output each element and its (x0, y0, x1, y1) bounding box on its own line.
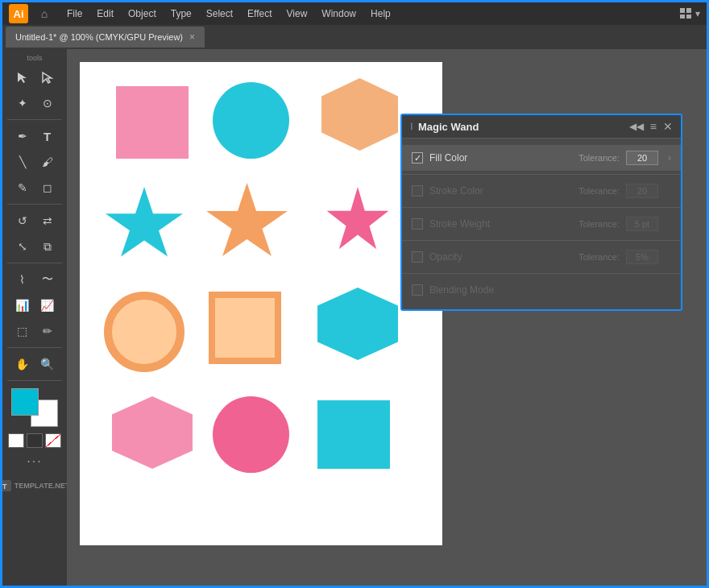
blob-brush-tool[interactable]: ✎ (10, 176, 35, 199)
stroke-color-tolerance-label: Tolerance: (578, 186, 620, 196)
menu-file[interactable]: File (60, 6, 89, 21)
fill-color-checkbox[interactable]: ✓ (412, 152, 423, 164)
panel-drag-icon: ⁞ (410, 121, 413, 132)
artboard-tool[interactable]: ⬚ (10, 320, 35, 342)
stroke-color-tolerance-input[interactable] (626, 184, 658, 198)
toolbar: tools ✦ ⊙ ✒ T ╲ 🖌 ✎ ◻ ↺ (2, 49, 67, 588)
teal-hexagon (317, 288, 398, 360)
opacity-tolerance-input[interactable] (626, 250, 658, 264)
tab-close-button[interactable]: × (189, 31, 195, 43)
pen-tool[interactable]: ✒ (10, 125, 35, 147)
opacity-expand-icon[interactable]: › (668, 251, 671, 263)
menu-window[interactable]: Window (315, 6, 363, 21)
panel-divider-1 (402, 174, 681, 175)
panel-divider-4 (402, 273, 681, 274)
tool-row-4: ╲ 🖌 (10, 151, 60, 173)
home-icon[interactable]: ⌂ (35, 4, 54, 23)
tool-row-7: ⤡ ⧉ (10, 235, 60, 258)
panel-title: Magic Wand (418, 121, 479, 133)
tool-row-11: ✋ 🔍 (10, 353, 60, 375)
tab-bar: Untitled-1* @ 100% (CMYK/GPU Preview) × (2, 25, 707, 49)
peach-star (205, 183, 289, 263)
panel-collapse-button[interactable]: ◀◀ (629, 121, 644, 132)
panel-header: ⁞ Magic Wand ◀◀ ≡ ✕ (402, 115, 681, 139)
peach-circle-ring (104, 292, 185, 372)
panel-row-blending-mode: Blending Mode (402, 277, 681, 303)
teal-square (317, 400, 390, 469)
workspace-switcher[interactable]: ▾ (680, 8, 700, 19)
menu-object[interactable]: Object (122, 6, 163, 21)
opacity-checkbox[interactable] (412, 251, 423, 263)
column-chart-tool[interactable]: 📈 (35, 294, 60, 317)
fill-swatch[interactable] (11, 388, 39, 416)
none-swatch[interactable] (45, 433, 61, 448)
select-tool[interactable] (10, 66, 35, 89)
canvas-page (80, 62, 442, 545)
tool-row-8: ⌇ 〜 (10, 268, 60, 291)
fill-color-expand-icon[interactable]: › (668, 152, 671, 164)
fill-color-label: Fill Color (429, 152, 572, 164)
main-area: tools ✦ ⊙ ✒ T ╲ 🖌 ✎ ◻ ↺ (2, 49, 707, 588)
tool-row-1 (10, 66, 60, 89)
peach-hexagon (321, 78, 398, 151)
eraser-tool[interactable]: ◻ (35, 176, 60, 199)
menu-help[interactable]: Help (364, 6, 397, 21)
paintbrush-tool[interactable]: 🖌 (35, 151, 60, 173)
magic-wand-tool[interactable]: ✦ (10, 92, 35, 114)
zoom-tool[interactable]: 🔍 (35, 353, 60, 375)
pencil-tool[interactable]: ✏ (35, 320, 60, 342)
warp-tool[interactable]: 〜 (35, 268, 60, 291)
scale-tool[interactable]: ⤡ (10, 235, 35, 258)
shear-tool[interactable]: ⧉ (35, 235, 60, 258)
panel-header-right: ◀◀ ≡ ✕ (629, 120, 673, 133)
menu-type[interactable]: Type (164, 6, 198, 21)
stroke-weight-checkbox[interactable] (412, 218, 423, 230)
panel-menu-button[interactable]: ≡ (650, 120, 657, 133)
ai-logo: Ai (9, 4, 28, 23)
document-tab[interactable]: Untitled-1* @ 100% (CMYK/GPU Preview) × (6, 27, 205, 48)
blending-mode-checkbox[interactable] (412, 284, 423, 296)
stroke-weight-expand-icon[interactable]: › (668, 218, 671, 230)
pink-circle (213, 396, 289, 473)
canvas-area: ⁞ Magic Wand ◀◀ ≡ ✕ ✓ Fill Color Toleran… (67, 49, 707, 588)
direct-select-tool[interactable] (35, 66, 60, 89)
menu-select[interactable]: Select (200, 6, 239, 21)
panel-row-opacity: Opacity Tolerance: › (402, 244, 681, 270)
type-tool[interactable]: T (35, 125, 60, 147)
menu-edit[interactable]: Edit (90, 6, 120, 21)
tool-row-10: ⬚ ✏ (10, 320, 60, 342)
lasso-tool[interactable]: ⊙ (35, 92, 60, 114)
line-tool[interactable]: ╲ (10, 151, 35, 173)
tool-row-2: ✦ ⊙ (10, 92, 60, 114)
stroke-color-checkbox[interactable] (412, 185, 423, 197)
menu-view[interactable]: View (280, 6, 314, 21)
rotate-tool[interactable]: ↺ (10, 209, 35, 232)
tab-title: Untitled-1* @ 100% (CMYK/GPU Preview) (15, 32, 183, 42)
tool-row-6: ↺ ⇄ (10, 209, 60, 232)
width-tool[interactable]: ⌇ (10, 268, 35, 291)
stroke-weight-tolerance-input[interactable] (626, 217, 658, 231)
menu-effect[interactable]: Effect (241, 6, 278, 21)
tool-row-9: 📊 📈 (10, 294, 60, 317)
menu-items: File Edit Object Type Select Effect View… (60, 6, 397, 21)
svg-rect-3 (686, 14, 691, 19)
opacity-label: Opacity (429, 251, 572, 263)
tool-row-3: ✒ T (10, 125, 60, 147)
panel-close-button[interactable]: ✕ (663, 120, 673, 133)
tool-divider-5 (7, 380, 62, 381)
stroke-weight-label: Stroke Weight (429, 218, 572, 230)
graph-tool[interactable]: 📊 (10, 294, 35, 317)
white-swatch[interactable] (8, 433, 24, 448)
svg-rect-1 (686, 8, 691, 13)
pink-star (325, 187, 390, 255)
stroke-color-expand-icon[interactable]: › (668, 185, 671, 197)
panel-row-stroke-color: Stroke Color Tolerance: › (402, 178, 681, 204)
tool-row-5: ✎ ◻ (10, 176, 60, 199)
more-tools[interactable]: ··· (27, 454, 42, 469)
svg-text:T: T (2, 482, 7, 491)
hand-tool[interactable]: ✋ (10, 353, 35, 375)
reflect-tool[interactable]: ⇄ (35, 209, 60, 232)
pink-square (116, 86, 189, 159)
black-swatch[interactable] (27, 433, 43, 448)
fill-color-tolerance-input[interactable] (626, 151, 658, 165)
